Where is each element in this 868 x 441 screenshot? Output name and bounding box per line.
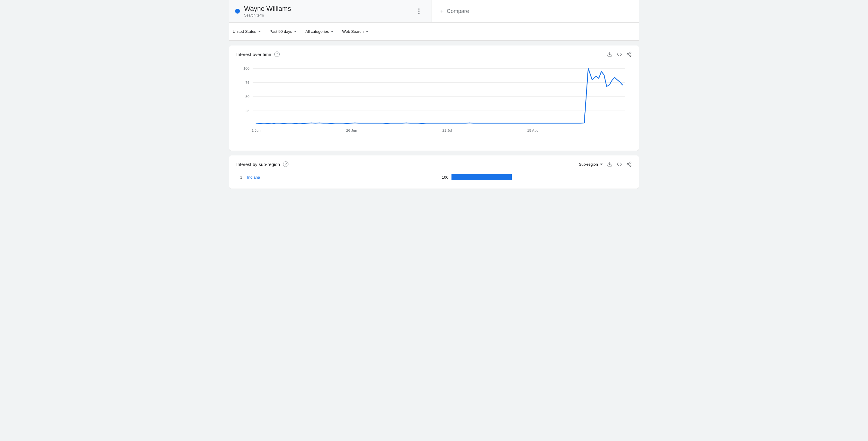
search-term-label: Search term xyxy=(244,13,291,18)
svg-line-23 xyxy=(628,164,629,165)
time-filter-label: Past 90 days xyxy=(270,29,292,34)
sub-region-chevron-icon xyxy=(600,164,603,165)
interest-by-subregion-header: Interest by sub-region ? Sub-region xyxy=(236,161,632,167)
subregion-download-icon[interactable] xyxy=(607,161,613,167)
interest-over-time-actions xyxy=(607,52,632,57)
svg-text:75: 75 xyxy=(245,81,249,84)
interest-by-subregion-title: Interest by sub-region xyxy=(236,162,280,167)
compare-section[interactable]: + Compare xyxy=(432,0,639,22)
chart-area: 100 75 50 25 1 Jun 26 Jun 21 Jul 15 Aug xyxy=(236,59,632,145)
svg-text:21 Jul: 21 Jul xyxy=(442,129,452,132)
interest-chart: 100 75 50 25 1 Jun 26 Jun 21 Jul 15 Aug xyxy=(236,62,632,141)
interest-by-subregion-card: Interest by sub-region ? Sub-region xyxy=(229,155,639,189)
subregion-embed-icon[interactable] xyxy=(617,161,622,167)
svg-text:50: 50 xyxy=(245,95,249,98)
compare-plus-icon: + xyxy=(440,8,444,15)
interest-by-subregion-title-group: Interest by sub-region ? xyxy=(236,161,288,167)
subregion-share-icon[interactable] xyxy=(626,161,632,167)
region-name[interactable]: Indiana xyxy=(247,175,437,180)
compare-label: Compare xyxy=(447,8,469,14)
location-filter[interactable]: United States xyxy=(229,27,265,36)
sub-region-controls: Sub-region xyxy=(579,161,632,167)
interest-over-time-help-icon[interactable]: ? xyxy=(274,52,280,57)
svg-text:26 Jun: 26 Jun xyxy=(346,129,357,132)
interest-over-time-title: Interest over time xyxy=(236,52,271,57)
svg-text:15 Aug: 15 Aug xyxy=(527,129,538,132)
region-bar-container: 100 xyxy=(442,174,632,180)
chart-line xyxy=(256,68,623,124)
svg-text:1 Jun: 1 Jun xyxy=(252,129,260,132)
svg-line-5 xyxy=(628,53,629,54)
region-bar xyxy=(452,174,512,180)
interest-over-time-card: Interest over time ? xyxy=(229,45,639,151)
filters-bar: United States Past 90 days All categorie… xyxy=(229,23,639,41)
search-type-filter[interactable]: Web Search xyxy=(338,27,372,36)
region-value: 100 xyxy=(442,175,448,180)
region-rank: 1 xyxy=(236,175,242,180)
three-dots-icon xyxy=(418,8,420,14)
location-filter-label: United States xyxy=(233,29,256,34)
svg-line-4 xyxy=(628,55,629,56)
download-icon[interactable] xyxy=(607,52,613,57)
search-term-name: Wayne Williams xyxy=(244,5,291,13)
svg-text:100: 100 xyxy=(244,67,250,70)
search-type-chevron-icon xyxy=(366,31,369,32)
embed-icon[interactable] xyxy=(617,52,622,57)
interest-over-time-header: Interest over time ? xyxy=(236,52,632,57)
sub-region-dropdown[interactable]: Sub-region xyxy=(579,162,603,166)
search-term-text: Wayne Williams Search term xyxy=(244,5,291,18)
location-chevron-icon xyxy=(258,31,261,32)
category-chevron-icon xyxy=(331,31,334,32)
search-header: Wayne Williams Search term + Compare xyxy=(229,0,639,22)
category-filter[interactable]: All categories xyxy=(302,27,337,36)
svg-line-24 xyxy=(628,163,629,164)
search-term-section: Wayne Williams Search term xyxy=(229,0,432,22)
table-row: 1 Indiana 100 xyxy=(236,172,632,183)
share-icon[interactable] xyxy=(626,52,632,57)
search-term-indicator xyxy=(235,9,240,13)
sub-region-dropdown-label: Sub-region xyxy=(579,162,598,166)
time-filter[interactable]: Past 90 days xyxy=(266,27,301,36)
interest-over-time-title-group: Interest over time ? xyxy=(236,52,280,57)
region-table: 1 Indiana 100 xyxy=(236,172,632,183)
search-type-filter-label: Web Search xyxy=(342,29,364,34)
svg-text:25: 25 xyxy=(245,109,249,113)
category-filter-label: All categories xyxy=(305,29,329,34)
time-chevron-icon xyxy=(294,31,297,32)
search-term-menu-button[interactable] xyxy=(412,8,426,14)
interest-by-subregion-help-icon[interactable]: ? xyxy=(283,161,288,167)
